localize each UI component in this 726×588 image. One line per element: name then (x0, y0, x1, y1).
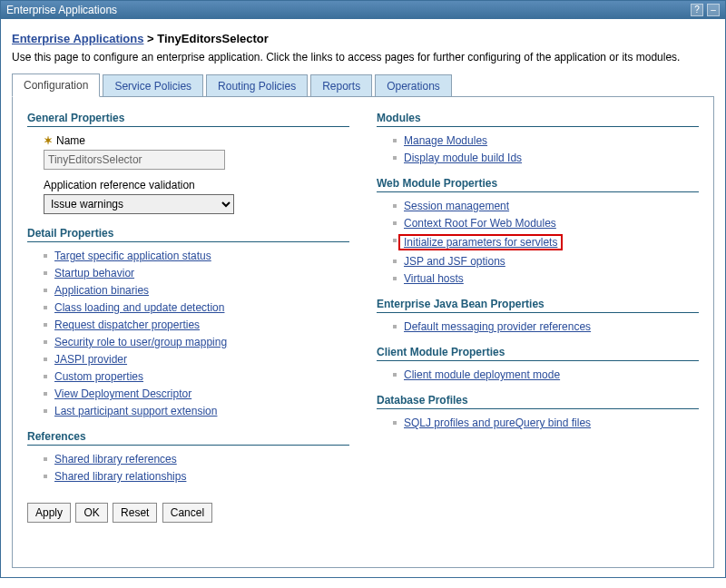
tab-configuration[interactable]: Configuration (12, 74, 100, 97)
validation-field-label: Application reference validation (44, 179, 349, 191)
content-area: Enterprise Applications > TinyEditorsSel… (1, 19, 725, 577)
list-item: Shared library references (44, 453, 349, 466)
tab-operations[interactable]: Operations (375, 74, 452, 97)
link-initialize-parameters-servlets[interactable]: Initialize parameters for servlets (404, 236, 557, 249)
required-icon: ✶ (44, 134, 53, 147)
name-field-label: ✶Name (44, 134, 349, 147)
section-references: References (27, 430, 349, 446)
link-sqlj-profiles[interactable]: SQLJ profiles and pureQuery bind files (404, 416, 591, 429)
link-shared-library-relationships[interactable]: Shared library relationships (54, 470, 186, 483)
list-item: SQLJ profiles and pureQuery bind files (393, 416, 699, 429)
section-client-module-properties: Client Module Properties (377, 346, 699, 361)
link-target-specific-status[interactable]: Target specific application status (54, 250, 211, 262)
link-last-participant-support[interactable]: Last participant support extension (54, 405, 217, 417)
link-default-messaging-provider[interactable]: Default messaging provider references (404, 320, 591, 333)
breadcrumb-parent-link[interactable]: Enterprise Applications (12, 32, 143, 45)
link-application-binaries[interactable]: Application binaries (54, 284, 149, 297)
client-module-properties-list: Client module deployment mode (393, 368, 699, 381)
list-item: Class loading and update detection (44, 301, 349, 314)
breadcrumb-current: TinyEditorsSelector (157, 32, 269, 45)
ok-button[interactable]: OK (75, 503, 107, 523)
modules-list: Manage Modules Display module build Ids (393, 134, 699, 164)
page-description: Use this page to configure an enterprise… (12, 51, 714, 64)
apply-button[interactable]: Apply (27, 503, 71, 523)
link-jsp-jsf-options[interactable]: JSP and JSF options (404, 255, 505, 268)
web-module-properties-list: Session management Context Root For Web … (393, 200, 699, 285)
detail-properties-list: Target specific application status Start… (44, 250, 349, 417)
database-profiles-list: SQLJ profiles and pureQuery bind files (393, 416, 699, 429)
link-startup-behavior[interactable]: Startup behavior (54, 267, 134, 279)
list-item: Manage Modules (393, 134, 699, 147)
titlebar-controls: ? – (691, 4, 720, 16)
list-item: Display module build Ids (393, 152, 699, 164)
section-ejb-properties: Enterprise Java Bean Properties (377, 298, 699, 313)
section-general-properties: General Properties (27, 112, 349, 127)
section-database-profiles: Database Profiles (377, 394, 699, 409)
link-request-dispatcher[interactable]: Request dispatcher properties (54, 318, 200, 331)
left-column: General Properties ✶Name Application ref… (27, 112, 349, 523)
link-custom-properties[interactable]: Custom properties (54, 370, 143, 383)
link-security-role-mapping[interactable]: Security role to user/group mapping (54, 336, 227, 348)
list-item: View Deployment Descriptor (44, 387, 349, 400)
right-column: Modules Manage Modules Display module bu… (377, 112, 699, 523)
help-icon[interactable]: ? (691, 4, 703, 16)
reset-button[interactable]: Reset (113, 503, 157, 523)
link-jaspi-provider[interactable]: JASPI provider (54, 353, 127, 366)
list-item: JSP and JSF options (393, 255, 699, 268)
tab-reports[interactable]: Reports (310, 74, 372, 97)
link-shared-library-references[interactable]: Shared library references (54, 453, 177, 466)
link-session-management[interactable]: Session management (404, 200, 509, 212)
link-client-module-deployment-mode[interactable]: Client module deployment mode (404, 368, 560, 381)
link-display-module-build-ids[interactable]: Display module build Ids (404, 152, 522, 164)
section-detail-properties: Detail Properties (27, 227, 349, 242)
list-item: Custom properties (44, 370, 349, 383)
app-window: Enterprise Applications ? – Enterprise A… (0, 0, 726, 578)
window-title: Enterprise Applications (6, 4, 117, 16)
list-item: Startup behavior (44, 267, 349, 279)
list-item: Application binaries (44, 284, 349, 297)
tab-panel-configuration: General Properties ✶Name Application ref… (12, 96, 714, 568)
button-row: Apply OK Reset Cancel (27, 503, 349, 523)
link-manage-modules[interactable]: Manage Modules (404, 134, 487, 147)
list-item: Initialize parameters for servlets (393, 234, 699, 250)
list-item: Last participant support extension (44, 405, 349, 417)
tab-routing-policies[interactable]: Routing Policies (206, 74, 308, 97)
tab-bar: Configuration Service Policies Routing P… (12, 73, 714, 96)
ejb-properties-list: Default messaging provider references (393, 320, 699, 333)
name-input[interactable] (44, 150, 225, 170)
references-list: Shared library references Shared library… (44, 453, 349, 483)
list-item: Session management (393, 200, 699, 212)
validation-select[interactable]: Issue warnings (44, 194, 234, 214)
breadcrumb: Enterprise Applications > TinyEditorsSel… (12, 32, 714, 45)
list-item: Context Root For Web Modules (393, 217, 699, 230)
titlebar: Enterprise Applications ? – (1, 1, 725, 19)
list-item: Security role to user/group mapping (44, 336, 349, 348)
highlighted-link-box: Initialize parameters for servlets (398, 234, 563, 250)
list-item: Target specific application status (44, 250, 349, 262)
section-modules: Modules (377, 112, 699, 127)
tab-service-policies[interactable]: Service Policies (103, 74, 203, 97)
link-view-deployment-descriptor[interactable]: View Deployment Descriptor (54, 387, 191, 400)
link-class-loading[interactable]: Class loading and update detection (54, 301, 224, 314)
list-item: Request dispatcher properties (44, 318, 349, 331)
list-item: Default messaging provider references (393, 320, 699, 333)
minimize-icon[interactable]: – (707, 4, 720, 16)
list-item: Virtual hosts (393, 272, 699, 285)
link-context-root[interactable]: Context Root For Web Modules (404, 217, 556, 230)
breadcrumb-separator: > (147, 32, 154, 45)
list-item: JASPI provider (44, 353, 349, 366)
list-item: Client module deployment mode (393, 368, 699, 381)
link-virtual-hosts[interactable]: Virtual hosts (404, 272, 464, 285)
cancel-button[interactable]: Cancel (162, 503, 212, 523)
list-item: Shared library relationships (44, 470, 349, 483)
section-web-module-properties: Web Module Properties (377, 177, 699, 192)
